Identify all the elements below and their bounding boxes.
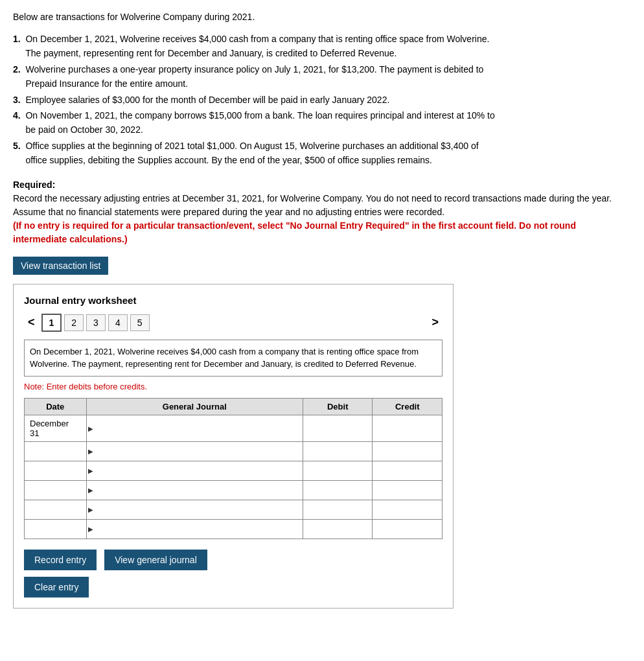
debit-input-6[interactable] [308, 524, 367, 534]
journal-cell-6[interactable] [86, 519, 303, 539]
debit-cell-6[interactable] [303, 519, 373, 539]
tab-4[interactable]: 4 [108, 314, 128, 331]
journal-table: Date General Journal Debit Credit Decemb… [24, 398, 443, 539]
transaction-2: 2. Wolverine purchases a one-year proper… [13, 62, 631, 91]
tab-2[interactable]: 2 [64, 314, 84, 331]
debit-cell-5[interactable] [303, 500, 373, 519]
debit-input-3[interactable] [308, 466, 367, 476]
note-text: Note: Enter debits before credits. [24, 382, 443, 391]
prev-tab-arrow[interactable]: < [24, 314, 39, 330]
date-cell-5 [25, 500, 87, 519]
view-transaction-button[interactable]: View transaction list [13, 257, 108, 275]
tab-5[interactable]: 5 [130, 314, 150, 331]
table-row [25, 500, 443, 519]
next-tab-arrow[interactable]: > [428, 314, 443, 330]
table-row: December31 [25, 415, 443, 441]
journal-input-6[interactable] [92, 524, 297, 534]
worksheet-title: Journal entry worksheet [24, 295, 443, 306]
credit-cell-1[interactable] [373, 415, 443, 441]
table-row [25, 480, 443, 500]
tab-3[interactable]: 3 [86, 314, 106, 331]
credit-cell-3[interactable] [373, 461, 443, 480]
credit-cell-4[interactable] [373, 480, 443, 500]
credit-input-3[interactable] [378, 466, 437, 476]
credit-input-6[interactable] [378, 524, 437, 534]
journal-input-4[interactable] [92, 485, 297, 495]
transaction-3: 3. Employee salaries of $3,000 for the m… [13, 93, 631, 107]
credit-input-4[interactable] [378, 485, 437, 495]
transaction-5: 5. Office supplies at the beginning of 2… [13, 139, 631, 168]
required-label: Required: [13, 180, 55, 190]
journal-cell-5[interactable] [86, 500, 303, 519]
credit-cell-6[interactable] [373, 519, 443, 539]
debit-input-5[interactable] [308, 505, 367, 515]
table-row [25, 519, 443, 539]
table-row [25, 441, 443, 461]
journal-cell-3[interactable] [86, 461, 303, 480]
tab-navigation: < 1 2 3 4 5 > [24, 314, 443, 332]
transaction-1: 1. On December 1, 2021, Wolverine receiv… [13, 32, 631, 61]
journal-cell-4[interactable] [86, 480, 303, 500]
debit-input-2[interactable] [308, 446, 367, 456]
col-header-credit: Credit [373, 398, 443, 415]
required-section: Required: Record the necessary adjusting… [13, 178, 631, 246]
credit-cell-5[interactable] [373, 500, 443, 519]
credit-cell-2[interactable] [373, 441, 443, 461]
action-buttons: Record entry View general journal [24, 550, 443, 570]
debit-cell-2[interactable] [303, 441, 373, 461]
col-header-debit: Debit [303, 398, 373, 415]
credit-input-1[interactable] [378, 423, 437, 433]
table-row [25, 461, 443, 480]
record-entry-button[interactable]: Record entry [24, 550, 97, 570]
col-header-journal: General Journal [86, 398, 303, 415]
transaction-description: On December 1, 2021, Wolverine receives … [24, 340, 443, 377]
intro-text: Below are transactions for Wolverine Com… [13, 10, 631, 24]
date-cell-3 [25, 461, 87, 480]
required-body: Record the necessary adjusting entries a… [13, 192, 631, 219]
view-general-journal-button[interactable]: View general journal [104, 550, 207, 570]
date-cell-1: December31 [25, 415, 87, 441]
debit-cell-1[interactable] [303, 415, 373, 441]
debit-cell-3[interactable] [303, 461, 373, 480]
debit-input-1[interactable] [308, 423, 367, 433]
credit-input-5[interactable] [378, 505, 437, 515]
date-cell-4 [25, 480, 87, 500]
debit-cell-4[interactable] [303, 480, 373, 500]
debit-input-4[interactable] [308, 485, 367, 495]
required-bold-red: (If no entry is required for a particula… [13, 220, 576, 244]
journal-cell-1[interactable] [86, 415, 303, 441]
journal-input-3[interactable] [92, 466, 297, 476]
transactions-list: 1. On December 1, 2021, Wolverine receiv… [13, 32, 631, 168]
journal-input-5[interactable] [92, 505, 297, 515]
date-cell-6 [25, 519, 87, 539]
transaction-4: 4. On November 1, 2021, the company borr… [13, 108, 631, 137]
journal-input-2[interactable] [92, 446, 297, 456]
credit-input-2[interactable] [378, 446, 437, 456]
date-cell-2 [25, 441, 87, 461]
clear-entry-row: Clear entry [24, 577, 443, 597]
journal-input-1[interactable] [92, 423, 297, 433]
worksheet-container: Journal entry worksheet < 1 2 3 4 5 > On… [13, 284, 454, 609]
tab-1[interactable]: 1 [41, 314, 62, 332]
col-header-date: Date [25, 398, 87, 415]
journal-cell-2[interactable] [86, 441, 303, 461]
clear-entry-button[interactable]: Clear entry [24, 577, 89, 597]
